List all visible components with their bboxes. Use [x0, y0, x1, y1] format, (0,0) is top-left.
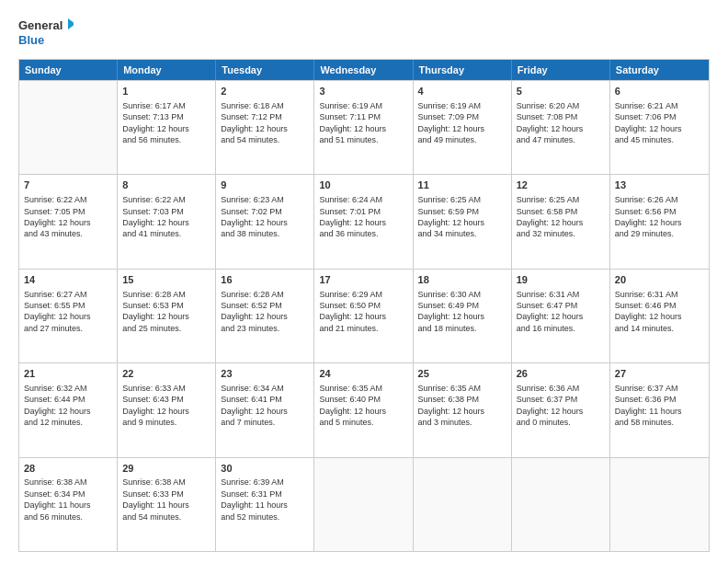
day-num-1: 1 [122, 85, 210, 98]
day-num-13: 13 [615, 178, 704, 192]
cell-info-12: Sunrise: 6:25 AM Sunset: 6:58 PM Dayligh… [517, 194, 605, 240]
cell-info-5: Sunrise: 6:20 AM Sunset: 7:08 PM Dayligh… [517, 100, 605, 146]
header-tuesday: Tuesday [216, 60, 314, 80]
cell-2-4: 18Sunrise: 6:30 AM Sunset: 6:49 PM Dayli… [414, 270, 512, 362]
cell-info-14: Sunrise: 6:27 AM Sunset: 6:55 PM Dayligh… [24, 289, 112, 335]
day-num-21: 21 [24, 367, 112, 381]
day-num-17: 17 [319, 273, 407, 287]
cell-info-28: Sunrise: 6:38 AM Sunset: 6:34 PM Dayligh… [24, 477, 112, 523]
cell-info-20: Sunrise: 6:31 AM Sunset: 6:46 PM Dayligh… [615, 289, 704, 335]
cell-info-30: Sunrise: 6:39 AM Sunset: 6:31 PM Dayligh… [221, 477, 309, 523]
cell-0-0 [19, 81, 118, 174]
header-sunday: Sunday [19, 60, 118, 80]
cell-info-26: Sunrise: 6:36 AM Sunset: 6:37 PM Dayligh… [517, 383, 605, 429]
day-num-23: 23 [221, 367, 309, 381]
cell-2-3: 17Sunrise: 6:29 AM Sunset: 6:50 PM Dayli… [314, 270, 413, 362]
cell-0-1: 1Sunrise: 6:17 AM Sunset: 7:13 PM Daylig… [118, 81, 216, 174]
cell-info-17: Sunrise: 6:29 AM Sunset: 6:50 PM Dayligh… [319, 289, 407, 335]
header-monday: Monday [118, 60, 216, 80]
day-num-7: 7 [24, 178, 112, 192]
day-num-15: 15 [122, 273, 210, 287]
cell-3-1: 22Sunrise: 6:33 AM Sunset: 6:43 PM Dayli… [118, 363, 216, 456]
day-num-9: 9 [221, 178, 309, 192]
week-row-5: 28Sunrise: 6:38 AM Sunset: 6:34 PM Dayli… [19, 457, 709, 551]
header-wednesday: Wednesday [314, 60, 413, 80]
day-num-26: 26 [517, 367, 605, 381]
cell-2-2: 16Sunrise: 6:28 AM Sunset: 6:52 PM Dayli… [216, 270, 314, 362]
day-num-3: 3 [319, 85, 407, 98]
day-num-10: 10 [319, 178, 407, 192]
cell-4-4 [414, 458, 512, 551]
day-num-18: 18 [418, 273, 506, 287]
cell-4-2: 30Sunrise: 6:39 AM Sunset: 6:31 PM Dayli… [216, 458, 314, 551]
cell-0-5: 5Sunrise: 6:20 AM Sunset: 7:08 PM Daylig… [512, 81, 610, 174]
cell-3-4: 25Sunrise: 6:35 AM Sunset: 6:38 PM Dayli… [414, 363, 512, 456]
calendar: Sunday Monday Tuesday Wednesday Thursday… [18, 59, 710, 552]
cell-4-3 [314, 458, 413, 551]
header: General Blue [18, 17, 710, 50]
week-row-4: 21Sunrise: 6:32 AM Sunset: 6:44 PM Dayli… [19, 362, 709, 456]
cell-info-24: Sunrise: 6:35 AM Sunset: 6:40 PM Dayligh… [319, 383, 407, 429]
day-num-4: 4 [418, 85, 506, 98]
cell-info-7: Sunrise: 6:22 AM Sunset: 7:05 PM Dayligh… [24, 194, 112, 240]
cell-4-5 [512, 458, 610, 551]
logo: General Blue [18, 17, 74, 50]
header-saturday: Saturday [610, 60, 709, 80]
cell-info-16: Sunrise: 6:28 AM Sunset: 6:52 PM Dayligh… [221, 289, 309, 335]
cell-2-0: 14Sunrise: 6:27 AM Sunset: 6:55 PM Dayli… [19, 270, 118, 362]
day-num-2: 2 [221, 85, 309, 98]
day-num-29: 29 [122, 462, 210, 476]
cell-info-6: Sunrise: 6:21 AM Sunset: 7:06 PM Dayligh… [615, 100, 704, 146]
header-thursday: Thursday [414, 60, 512, 80]
week-row-3: 14Sunrise: 6:27 AM Sunset: 6:55 PM Dayli… [19, 269, 709, 362]
cell-info-18: Sunrise: 6:30 AM Sunset: 6:49 PM Dayligh… [418, 289, 506, 335]
week-row-2: 7Sunrise: 6:22 AM Sunset: 7:05 PM Daylig… [19, 174, 709, 268]
cell-0-6: 6Sunrise: 6:21 AM Sunset: 7:06 PM Daylig… [610, 81, 709, 174]
cell-0-3: 3Sunrise: 6:19 AM Sunset: 7:11 PM Daylig… [314, 81, 413, 174]
calendar-header: Sunday Monday Tuesday Wednesday Thursday… [19, 60, 709, 80]
cell-info-15: Sunrise: 6:28 AM Sunset: 6:53 PM Dayligh… [122, 289, 210, 335]
cell-4-0: 28Sunrise: 6:38 AM Sunset: 6:34 PM Dayli… [19, 458, 118, 551]
cell-info-29: Sunrise: 6:38 AM Sunset: 6:33 PM Dayligh… [122, 477, 210, 523]
cell-1-0: 7Sunrise: 6:22 AM Sunset: 7:05 PM Daylig… [19, 175, 118, 268]
day-num-8: 8 [122, 178, 210, 192]
logo-svg: General Blue [18, 17, 74, 50]
day-num-30: 30 [221, 462, 309, 476]
cell-1-3: 10Sunrise: 6:24 AM Sunset: 7:01 PM Dayli… [314, 175, 413, 268]
cell-2-5: 19Sunrise: 6:31 AM Sunset: 6:47 PM Dayli… [512, 270, 610, 362]
cell-3-6: 27Sunrise: 6:37 AM Sunset: 6:36 PM Dayli… [610, 363, 709, 456]
cell-info-2: Sunrise: 6:18 AM Sunset: 7:12 PM Dayligh… [221, 100, 309, 146]
header-friday: Friday [512, 60, 610, 80]
cell-info-13: Sunrise: 6:26 AM Sunset: 6:56 PM Dayligh… [615, 194, 704, 240]
cell-info-3: Sunrise: 6:19 AM Sunset: 7:11 PM Dayligh… [319, 100, 407, 146]
cell-info-23: Sunrise: 6:34 AM Sunset: 6:41 PM Dayligh… [221, 383, 309, 429]
cell-0-4: 4Sunrise: 6:19 AM Sunset: 7:09 PM Daylig… [414, 81, 512, 174]
day-num-11: 11 [418, 178, 506, 192]
cell-info-4: Sunrise: 6:19 AM Sunset: 7:09 PM Dayligh… [418, 100, 506, 146]
cell-info-25: Sunrise: 6:35 AM Sunset: 6:38 PM Dayligh… [418, 383, 506, 429]
cell-0-2: 2Sunrise: 6:18 AM Sunset: 7:12 PM Daylig… [216, 81, 314, 174]
cell-1-2: 9Sunrise: 6:23 AM Sunset: 7:02 PM Daylig… [216, 175, 314, 268]
cell-info-22: Sunrise: 6:33 AM Sunset: 6:43 PM Dayligh… [122, 383, 210, 429]
cell-1-1: 8Sunrise: 6:22 AM Sunset: 7:03 PM Daylig… [118, 175, 216, 268]
cell-4-6 [610, 458, 709, 551]
svg-text:General: General [18, 18, 63, 32]
day-num-19: 19 [517, 273, 605, 287]
day-num-27: 27 [615, 367, 704, 381]
day-num-28: 28 [24, 462, 112, 476]
cell-2-6: 20Sunrise: 6:31 AM Sunset: 6:46 PM Dayli… [610, 270, 709, 362]
cell-info-9: Sunrise: 6:23 AM Sunset: 7:02 PM Dayligh… [221, 194, 309, 240]
day-num-5: 5 [517, 85, 605, 98]
day-num-25: 25 [418, 367, 506, 381]
cell-3-5: 26Sunrise: 6:36 AM Sunset: 6:37 PM Dayli… [512, 363, 610, 456]
day-num-6: 6 [615, 85, 704, 98]
svg-text:Blue: Blue [18, 33, 44, 47]
svg-marker-2 [68, 18, 74, 29]
cell-1-6: 13Sunrise: 6:26 AM Sunset: 6:56 PM Dayli… [610, 175, 709, 268]
cell-info-10: Sunrise: 6:24 AM Sunset: 7:01 PM Dayligh… [319, 194, 407, 240]
day-num-22: 22 [122, 367, 210, 381]
cell-info-1: Sunrise: 6:17 AM Sunset: 7:13 PM Dayligh… [122, 100, 210, 146]
cell-info-8: Sunrise: 6:22 AM Sunset: 7:03 PM Dayligh… [122, 194, 210, 240]
day-num-16: 16 [221, 273, 309, 287]
cell-info-27: Sunrise: 6:37 AM Sunset: 6:36 PM Dayligh… [615, 383, 704, 429]
